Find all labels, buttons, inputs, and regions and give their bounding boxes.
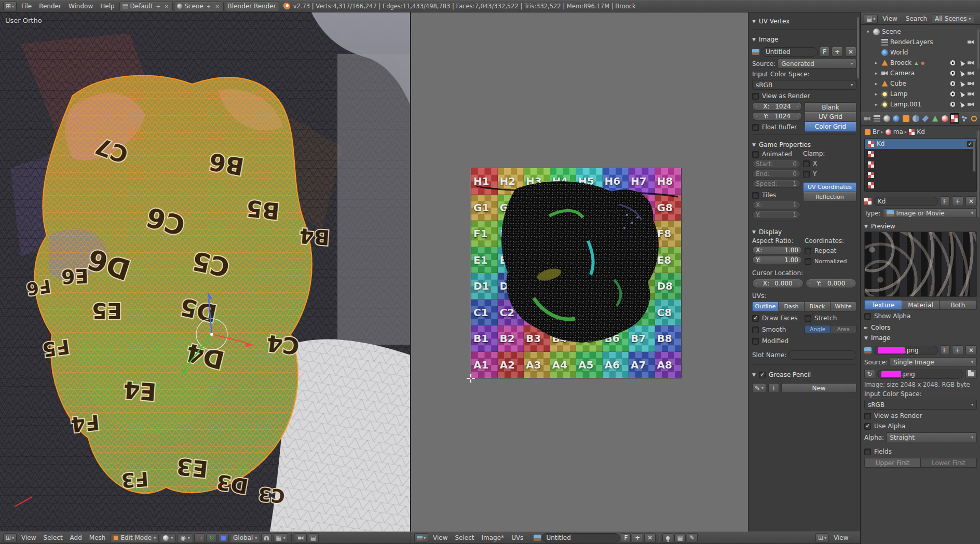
mapping-reflection-button[interactable]: Reflection [803, 192, 856, 202]
image-name-field[interactable]: Untitled [761, 47, 818, 57]
height-field[interactable]: ‹Y:1024› [752, 112, 802, 120]
panel-header-game-properties[interactable]: ▼Game Properties [752, 140, 856, 150]
editor-type-button-info[interactable]: ⊞▾ [3, 2, 17, 11]
image2-menu-view[interactable]: View [830, 533, 852, 542]
texture-datablock-icon[interactable] [864, 198, 872, 205]
uv-image-fake-user-button[interactable]: F [621, 533, 631, 543]
properties-tab-particles[interactable] [960, 113, 969, 124]
texture-name-field[interactable]: Kd [874, 197, 938, 206]
image-datablock-icon[interactable] [534, 535, 541, 541]
texture-type-dropdown[interactable]: Image or Movie▾ [883, 208, 977, 218]
tiles-x-field[interactable]: X:1 [752, 201, 800, 209]
preview-texture-button[interactable]: Texture [864, 300, 902, 310]
mode-selector[interactable]: Edit Mode ▾ [110, 533, 159, 543]
screen-layout-selector[interactable]: Default + ✕ [119, 2, 173, 11]
outliner-item-scene[interactable]: ▾Scene [862, 26, 979, 37]
image-source-dropdown[interactable]: Single Image▾ [890, 357, 977, 367]
properties-tab-object-data[interactable] [931, 113, 940, 124]
outliner-item-lamp-001[interactable]: ▸Lamp.001 [862, 99, 979, 110]
selectability-cursor-icon[interactable] [959, 80, 965, 87]
visibility-eye-icon[interactable] [949, 91, 956, 97]
image-pin-toggle[interactable] [662, 533, 673, 543]
source-dropdown[interactable]: Generated▾ [778, 59, 856, 69]
panel-header-preview[interactable]: ▼Preview [864, 221, 977, 232]
grease-add-layer-button[interactable]: + [768, 383, 779, 393]
grease-pencil-checkbox[interactable] [759, 372, 766, 378]
properties-tab-render-layers[interactable] [873, 113, 882, 124]
speed-field[interactable]: Speed:1 [752, 180, 800, 188]
properties-tab-modifiers[interactable] [921, 113, 930, 124]
view3d-menu-view[interactable]: View [18, 533, 39, 542]
fake-user-button[interactable]: F [820, 47, 829, 57]
breadcrumb-item-br[interactable]: Br [864, 128, 879, 135]
opengl-render-button[interactable] [295, 533, 307, 543]
panel-header-uv-vertex[interactable]: ▼UV Vertex [752, 16, 856, 26]
uv-menu-select[interactable]: Select [452, 533, 478, 542]
generated-type-blank-button[interactable]: Blank [805, 102, 856, 112]
disclosure-triangle-icon[interactable]: ▸ [873, 81, 879, 86]
draw-faces-checkbox[interactable] [752, 315, 759, 322]
end-field[interactable]: End:0 [752, 170, 800, 178]
snap-element-dropdown[interactable]: ▦▾ [273, 533, 288, 543]
editor-type-button-uv-editor[interactable]: ▾ [414, 533, 428, 543]
view3d-menu-select[interactable]: Select [40, 533, 66, 542]
stretch-area-button[interactable]: Area [831, 325, 857, 333]
renderability-camera-icon[interactable] [968, 40, 974, 45]
clamp-y-checkbox[interactable] [803, 171, 810, 178]
fields-lower-first-button[interactable]: Lower First [921, 458, 977, 468]
panel-header-grease-pencil[interactable]: ▼Grease Pencil [752, 370, 856, 380]
selectability-cursor-icon[interactable] [959, 70, 965, 77]
view3d-menu-add[interactable]: Add [66, 533, 86, 542]
properties-tab-material[interactable] [940, 113, 949, 124]
texture-slot-2[interactable] [865, 149, 976, 159]
grease-draw-button[interactable]: ✎▾ [752, 383, 766, 393]
clamp-x-checkbox[interactable] [803, 160, 810, 167]
outliner-menu-search[interactable]: Search [902, 14, 931, 23]
properties-tab-texture[interactable] [950, 113, 959, 124]
image-datablock-icon[interactable] [752, 49, 759, 55]
reload-image-button[interactable]: ↻ [864, 369, 875, 379]
renderability-camera-icon[interactable] [968, 102, 974, 107]
editor-type-button-outliner[interactable]: ▤▾ [864, 14, 878, 24]
float-buffer-checkbox[interactable] [752, 124, 759, 131]
preview-both-button[interactable]: Both [940, 300, 977, 310]
aspect-y-field[interactable]: Y:1.00 [752, 256, 802, 264]
grease-new-button[interactable]: New [781, 383, 856, 393]
browse-file-button[interactable] [965, 369, 977, 379]
uv-outline-button[interactable]: Outline [752, 302, 779, 311]
panel-header-display[interactable]: ▼Display [752, 227, 856, 237]
properties-tab-object[interactable] [902, 113, 911, 124]
image-fake-user-button[interactable]: F [940, 345, 950, 355]
uv-paint-toggle[interactable]: ✎ [687, 533, 698, 543]
disclosure-triangle-icon[interactable]: ▸ [873, 102, 879, 107]
snap-toggle[interactable] [261, 533, 272, 543]
mapping-uv-coordinates-button[interactable]: UV Coordinates [803, 182, 856, 192]
texture-fake-user-button[interactable]: F [940, 196, 950, 206]
show-alpha-checkbox[interactable] [864, 313, 871, 320]
uv-image-name-field[interactable]: Untitled [542, 533, 620, 542]
outliner-menu-view[interactable]: View [879, 14, 901, 23]
uv-menu-uvs[interactable]: UVs [508, 533, 527, 542]
outliner-item-renderlayers[interactable]: RenderLayers [862, 37, 979, 47]
uv-image-editor[interactable]: H1H2H3H4H5H6H7H8G1G2G3G4G5G6G7G8F1F2F3F4… [411, 12, 748, 532]
cursor-x-field[interactable]: ‹X:0.000› [752, 279, 804, 288]
texture-unlink-button[interactable]: ✕ [965, 196, 977, 206]
panel-header-image-props[interactable]: ▼Image [864, 333, 977, 343]
uv-test-image[interactable]: H1H2H3H4H5H6H7H8G1G2G3G4G5G6G7G8F1F2F3F4… [471, 168, 682, 378]
use-alpha-checkbox[interactable] [864, 423, 871, 430]
generated-type-color-grid-button[interactable]: Color Grid [805, 122, 856, 132]
properties-tab-physics[interactable] [969, 113, 978, 124]
aspect-x-field[interactable]: X:1.00 [752, 246, 802, 254]
outliner-item-cube[interactable]: ▸Cube [862, 78, 979, 89]
stretch-angle-button[interactable]: Angle [805, 325, 831, 333]
uv-draw-other-objects-toggle[interactable]: ▦ [674, 533, 685, 543]
start-field[interactable]: Start:0 [752, 160, 800, 168]
visibility-eye-icon[interactable] [949, 102, 956, 107]
close-screen-button[interactable]: ✕ [164, 4, 170, 9]
top-menu-help[interactable]: Help [97, 2, 118, 11]
uv-white-button[interactable]: White [831, 302, 856, 311]
uv-menu-view[interactable]: View [429, 533, 451, 542]
generated-type-uv-grid-button[interactable]: UV Grid [805, 112, 856, 122]
texture-slot-1[interactable]: Kd [865, 139, 976, 149]
view3d-menu-mesh[interactable]: Mesh [86, 533, 110, 542]
